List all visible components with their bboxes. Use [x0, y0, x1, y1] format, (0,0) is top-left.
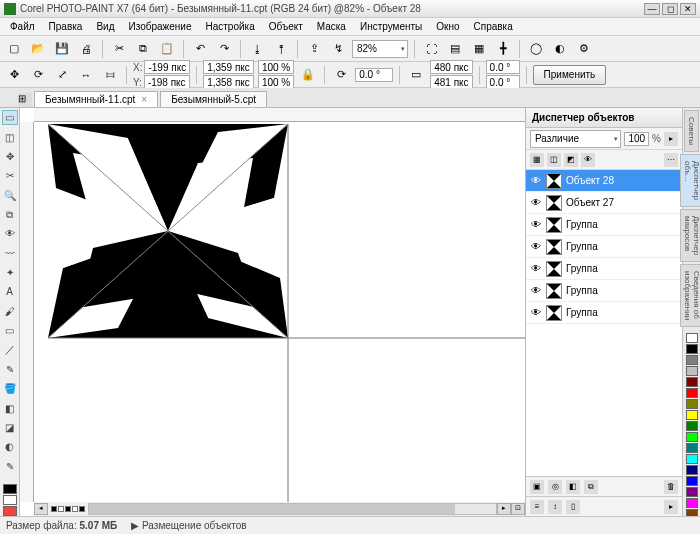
- transparency-tool[interactable]: ◐: [2, 439, 18, 454]
- layer-row[interactable]: 👁Группа: [526, 236, 682, 258]
- menu-image[interactable]: Изображение: [122, 19, 197, 34]
- menu-object[interactable]: Объект: [263, 19, 309, 34]
- foreground-swatch[interactable]: [3, 484, 17, 494]
- color-swatch[interactable]: [686, 454, 698, 464]
- x-field[interactable]: -199 пкс: [144, 60, 190, 74]
- color-swatch[interactable]: [686, 366, 698, 376]
- scroll-left-button[interactable]: ◂: [34, 503, 48, 515]
- clip-icon[interactable]: ◩: [564, 153, 578, 167]
- scale-button[interactable]: ⤢: [52, 65, 72, 85]
- apply-button[interactable]: Применить: [533, 65, 607, 85]
- open-button[interactable]: 📂: [28, 39, 48, 59]
- panel-menu-icon[interactable]: ▸: [664, 500, 678, 514]
- rot-button[interactable]: ⟳: [28, 65, 48, 85]
- docker-tab-objects[interactable]: Диспетчер объ...: [680, 154, 701, 207]
- fill-tool[interactable]: 🪣: [2, 381, 18, 396]
- menu-mask[interactable]: Маска: [311, 19, 352, 34]
- menu-window[interactable]: Окно: [430, 19, 465, 34]
- docker-tab-macros[interactable]: Диспетчер макросов: [680, 209, 701, 262]
- guides-button[interactable]: ╋: [493, 39, 513, 59]
- pick-tool[interactable]: ▭: [2, 110, 18, 125]
- redo-button[interactable]: ↷: [214, 39, 234, 59]
- color-swatch[interactable]: [686, 465, 698, 475]
- effect-tool[interactable]: ✦: [2, 265, 18, 280]
- eye-icon[interactable]: 👁: [530, 241, 542, 252]
- import-button[interactable]: ⭳: [247, 39, 267, 59]
- zoom-tool[interactable]: 🔍: [2, 188, 18, 203]
- size-button[interactable]: ↔: [76, 65, 96, 85]
- docker-tab-imageinfo[interactable]: Сведения об изображении: [680, 264, 701, 327]
- clone-tool[interactable]: ⧉: [2, 207, 18, 222]
- color-swatch[interactable]: [686, 487, 698, 497]
- eye-icon[interactable]: 👁: [530, 197, 542, 208]
- height-field[interactable]: 1,358 пкс: [203, 75, 254, 89]
- hscroll-thumb[interactable]: [89, 504, 455, 514]
- scalex-field[interactable]: 100 %: [258, 60, 294, 74]
- navigator-button[interactable]: ⊡: [511, 503, 525, 515]
- merge-mode-icon[interactable]: ◫: [547, 153, 561, 167]
- line-tool[interactable]: ／: [2, 342, 18, 357]
- color-swatch[interactable]: [686, 377, 698, 387]
- rotation-field[interactable]: 0.0 °: [355, 68, 393, 82]
- blend-mode-combo[interactable]: Различие: [530, 130, 621, 148]
- layer-row[interactable]: 👁Группа: [526, 258, 682, 280]
- new-object-icon[interactable]: ▣: [530, 480, 544, 494]
- paste-button[interactable]: 📋: [157, 39, 177, 59]
- scroll-right-button[interactable]: ▸: [497, 503, 511, 515]
- menu-file[interactable]: Файл: [4, 19, 41, 34]
- save-button[interactable]: 💾: [52, 39, 72, 59]
- lock-transparency-icon[interactable]: ▦: [530, 153, 544, 167]
- color-swatch[interactable]: [686, 333, 698, 343]
- eye-icon[interactable]: 👁: [530, 263, 542, 274]
- mask-transform-tool[interactable]: ✥: [2, 149, 18, 164]
- layer-row[interactable]: 👁Группа: [526, 302, 682, 324]
- menu-view[interactable]: Вид: [90, 19, 120, 34]
- dropshadow-tool[interactable]: ◪: [2, 420, 18, 435]
- menu-tools[interactable]: Инструменты: [354, 19, 428, 34]
- copy-button[interactable]: ⧉: [133, 39, 153, 59]
- close-tab-icon[interactable]: ×: [141, 94, 147, 105]
- scaley-field[interactable]: 100 %: [258, 75, 294, 89]
- grid-button[interactable]: ▦: [469, 39, 489, 59]
- color-swatch[interactable]: [686, 443, 698, 453]
- docw-field[interactable]: 480 пкс: [430, 60, 472, 74]
- layer-row[interactable]: 👁Объект 27: [526, 192, 682, 214]
- eye-icon[interactable]: 👁: [530, 307, 542, 318]
- layer-row[interactable]: 👁Объект 28: [526, 170, 682, 192]
- group-icon[interactable]: ▯: [566, 500, 580, 514]
- y-field[interactable]: -198 пкс: [144, 75, 190, 89]
- print-button[interactable]: 🖨: [76, 39, 96, 59]
- menu-edit[interactable]: Правка: [43, 19, 89, 34]
- redeye-tool[interactable]: 👁: [2, 226, 18, 241]
- liquid-tool[interactable]: 〰: [2, 246, 18, 261]
- combine-icon[interactable]: ⧉: [584, 480, 598, 494]
- color-swatch[interactable]: [686, 421, 698, 431]
- align-icon[interactable]: ≡: [530, 500, 544, 514]
- new-lens-icon[interactable]: ◎: [548, 480, 562, 494]
- background-swatch[interactable]: [3, 495, 17, 505]
- layer-opts-icon[interactable]: ⋯: [664, 153, 678, 167]
- menu-adjust[interactable]: Настройка: [199, 19, 260, 34]
- launch-button[interactable]: ⇪: [304, 39, 324, 59]
- eye-icon[interactable]: 👁: [530, 219, 542, 230]
- layer-row[interactable]: 👁Группа: [526, 214, 682, 236]
- viewport[interactable]: [34, 122, 525, 502]
- tab-grip-icon[interactable]: ⊞: [18, 93, 32, 107]
- color-swatch[interactable]: [686, 498, 698, 508]
- docker-tab-hints[interactable]: Советы: [684, 110, 699, 152]
- cut-button[interactable]: ✂: [109, 39, 129, 59]
- new-mask-icon[interactable]: ◧: [566, 480, 580, 494]
- minimize-button[interactable]: —: [644, 3, 660, 15]
- color-swatch[interactable]: [686, 399, 698, 409]
- eyedropper-tool[interactable]: ✎: [2, 459, 18, 474]
- order-icon[interactable]: ↕: [548, 500, 562, 514]
- close-button[interactable]: ✕: [680, 3, 696, 15]
- zoom-combo[interactable]: 82%: [352, 40, 408, 58]
- width-field[interactable]: 1,359 пкс: [203, 60, 254, 74]
- text-tool[interactable]: A: [2, 284, 18, 299]
- delete-object-icon[interactable]: 🗑: [664, 480, 678, 494]
- path-tool[interactable]: ✎: [2, 362, 18, 377]
- color-swatch[interactable]: [686, 476, 698, 486]
- color-swatch[interactable]: [686, 388, 698, 398]
- maskmode-button[interactable]: ◯: [526, 39, 546, 59]
